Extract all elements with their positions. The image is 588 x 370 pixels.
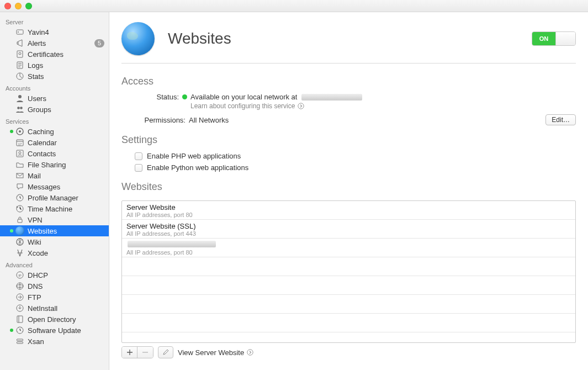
- service-toggle[interactable]: ON: [532, 31, 576, 46]
- view-server-website-link[interactable]: View Server Website: [178, 348, 253, 357]
- sidebar-item-messages[interactable]: Messages: [0, 181, 109, 192]
- remove-website-button[interactable]: [137, 347, 153, 358]
- sidebar-item-label: Groups: [28, 105, 104, 114]
- sidebar-item-software-update[interactable]: Software Update: [0, 325, 109, 336]
- status-hostname-redacted: [301, 94, 362, 101]
- wiki-icon: [15, 237, 24, 246]
- close-window-button[interactable]: [4, 3, 11, 9]
- svg-point-6: [18, 95, 22, 98]
- sidebar-item-contacts[interactable]: Contacts: [0, 148, 109, 159]
- svg-point-10: [19, 130, 21, 133]
- learn-link[interactable]: Learn about configuring this service: [190, 102, 362, 110]
- xsan-icon: [15, 337, 24, 346]
- header-divider: [121, 63, 576, 64]
- website-row[interactable]: Server WebsiteAll IP addresses, port 80: [122, 201, 575, 220]
- sidebar-item-time-machine[interactable]: Time Machine: [0, 203, 109, 214]
- sidebar-item-ftp[interactable]: FTP: [0, 292, 109, 303]
- svg-rect-2: [17, 51, 23, 57]
- edit-permissions-button[interactable]: Edit…: [545, 114, 576, 125]
- sidebar-item-label: Contacts: [28, 150, 104, 158]
- zoom-window-button[interactable]: [25, 3, 32, 9]
- svg-point-7: [17, 107, 20, 109]
- add-website-button[interactable]: [122, 347, 137, 358]
- sidebar-item-label: Software Update: [28, 326, 104, 335]
- svg-text:IP: IP: [18, 274, 22, 277]
- website-sub: All IP addresses, port 80: [126, 212, 571, 218]
- website-sub: All IP addresses, port 443: [126, 230, 571, 237]
- sidebar-item-calendar[interactable]: 17Calendar: [0, 137, 109, 148]
- running-indicator-icon: [10, 130, 13, 133]
- sidebar-section-heading: Services: [0, 115, 109, 126]
- svg-text:17: 17: [18, 142, 22, 146]
- sidebar-item-label: Mail: [28, 172, 104, 180]
- sidebar-item-label: Stats: [28, 72, 104, 81]
- sidebar-item-label: Xsan: [28, 337, 104, 346]
- xcode-icon: [15, 249, 24, 257]
- contacts-icon: [15, 149, 24, 158]
- access-heading: Access: [121, 76, 576, 87]
- cert-icon: [15, 50, 24, 59]
- website-row[interactable]: Server Website (SSL)All IP addresses, po…: [122, 220, 575, 239]
- window-controls: [4, 3, 32, 9]
- sidebar-item-label: DNS: [28, 282, 104, 290]
- sidebar-item-alerts[interactable]: Alerts5: [0, 38, 109, 49]
- svg-point-8: [20, 107, 23, 109]
- permissions-value: All Networks: [189, 116, 229, 124]
- sidebar-item-label: File Sharing: [28, 161, 104, 169]
- sidebar-item-open-directory[interactable]: Open Directory: [0, 314, 109, 325]
- sidebar-item-label: Profile Manager: [28, 194, 104, 202]
- sidebar-item-stats[interactable]: Stats: [0, 71, 109, 82]
- websites-heading: Websites: [121, 181, 576, 193]
- settings-heading: Settings: [121, 134, 576, 146]
- sidebar-item-file-sharing[interactable]: File Sharing: [0, 159, 109, 170]
- permissions-label: Permissions:: [134, 116, 189, 124]
- sidebar-item-groups[interactable]: Groups: [0, 104, 109, 115]
- sidebar-item-xsan[interactable]: Xsan: [0, 336, 109, 347]
- setting-option-label: Enable PHP web applications: [147, 152, 241, 160]
- setting-option[interactable]: Enable PHP web applications: [121, 150, 576, 162]
- sidebar-item-dns[interactable]: DNS: [0, 281, 109, 292]
- minimize-window-button[interactable]: [15, 3, 22, 9]
- svg-rect-29: [17, 342, 23, 343]
- sidebar-item-label: Calendar: [28, 139, 104, 147]
- running-indicator-icon: [10, 329, 13, 332]
- sidebar-section-heading: Advanced: [0, 258, 109, 269]
- website-row-empty: [122, 332, 575, 343]
- sidebar-item-profile-manager[interactable]: Profile Manager: [0, 192, 109, 203]
- website-row-empty: [122, 295, 575, 314]
- sidebar: ServerYavin4Alerts5CertificatesLogsStats…: [0, 12, 109, 370]
- websites-list[interactable]: Server WebsiteAll IP addresses, port 80S…: [121, 200, 576, 343]
- group-icon: [15, 105, 24, 114]
- caching-icon: [15, 127, 24, 136]
- edit-website-button[interactable]: [158, 346, 173, 358]
- page-title: Websites: [168, 30, 532, 47]
- content-pane: Websites ON Access Status: Available on …: [109, 12, 588, 370]
- setting-option[interactable]: Enable Python web applications: [121, 162, 576, 173]
- ftp-icon: [15, 293, 24, 302]
- website-name: Server Website (SSL): [126, 222, 571, 230]
- sidebar-item-logs[interactable]: Logs: [0, 60, 109, 71]
- dns-icon: [15, 282, 24, 290]
- server-icon: [15, 28, 24, 36]
- globe-icon: [15, 226, 24, 235]
- sidebar-item-dhcp[interactable]: IPDHCP: [0, 269, 109, 281]
- sidebar-item-users[interactable]: Users: [0, 93, 109, 104]
- sidebar-item-vpn[interactable]: VPN: [0, 214, 109, 225]
- status-text: Available on your local network at: [190, 93, 297, 101]
- badge: 5: [94, 39, 104, 47]
- website-sub: All IP addresses, port 80: [126, 249, 571, 256]
- setting-option-label: Enable Python web applications: [147, 163, 248, 172]
- sidebar-item-caching[interactable]: Caching: [0, 126, 109, 137]
- sidebar-item-netinstall[interactable]: NetInstall: [0, 303, 109, 314]
- sidebar-item-certificates[interactable]: Certificates: [0, 49, 109, 60]
- sidebar-item-xcode[interactable]: Xcode: [0, 247, 109, 258]
- svg-rect-28: [17, 339, 23, 341]
- sidebar-item-yavin4[interactable]: Yavin4: [0, 27, 109, 38]
- sidebar-item-websites[interactable]: Websites: [0, 225, 109, 236]
- sidebar-item-label: FTP: [28, 293, 104, 302]
- status-indicator-icon: [182, 94, 187, 99]
- sidebar-item-wiki[interactable]: Wiki: [0, 236, 109, 247]
- website-row[interactable]: All IP addresses, port 80: [122, 239, 575, 257]
- svg-point-14: [19, 152, 21, 154]
- sidebar-item-mail[interactable]: Mail: [0, 170, 109, 181]
